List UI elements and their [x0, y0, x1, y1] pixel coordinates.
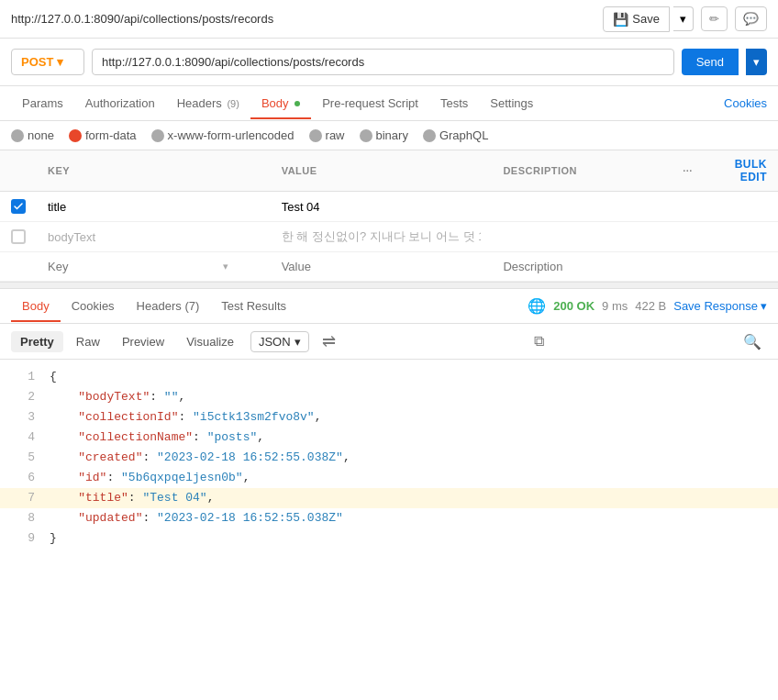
chevron-down-icon: ▾: [223, 261, 228, 272]
new-desc-input[interactable]: [503, 260, 658, 273]
status-code: 200 OK: [553, 299, 595, 313]
tab-params[interactable]: Params: [11, 89, 74, 119]
radio-binary: [360, 129, 372, 142]
resp-tab-test-results[interactable]: Test Results: [210, 292, 297, 322]
response-size: 422 B: [635, 299, 666, 313]
top-bar: http://127.0.0.1:8090/api/collections/po…: [0, 0, 778, 39]
request-line: POST ▾ Send ▾: [0, 39, 778, 86]
header-bulk-edit[interactable]: Bulk Edit: [706, 150, 778, 192]
tab-pre-request[interactable]: Pre-request Script: [311, 89, 429, 119]
kv-table: KEY VALUE DESCRIPTION ··· Bulk Edit: [0, 150, 778, 282]
row2-key-input[interactable]: [48, 230, 260, 244]
body-type-none[interactable]: none: [11, 128, 54, 142]
code-line: 9}: [0, 528, 778, 549]
method-select[interactable]: POST ▾: [11, 49, 84, 75]
tab-tests[interactable]: Tests: [429, 89, 479, 119]
format-bar: Pretty Raw Preview Visualize JSON ▾ ⇌ ⧉ …: [0, 324, 778, 360]
copy-icon[interactable]: ⧉: [528, 331, 550, 351]
radio-form-data: [69, 129, 82, 142]
new-row: ▾: [0, 252, 778, 282]
body-type-graphql[interactable]: GraphQL: [423, 128, 488, 142]
header-description: DESCRIPTION: [492, 150, 669, 192]
header-more: ···: [670, 150, 706, 192]
new-value-input[interactable]: [282, 260, 482, 273]
response-status-area: 🌐 200 OK 9 ms 422 B Save Response ▾: [528, 297, 767, 315]
resp-tab-body[interactable]: Body: [11, 292, 61, 322]
code-line: 1{: [0, 367, 778, 387]
resp-tab-cookies[interactable]: Cookies: [61, 292, 126, 322]
row1-value-input[interactable]: [282, 200, 482, 214]
radio-graphql: [423, 129, 436, 142]
row1-checkbox[interactable]: [11, 199, 26, 214]
filter-icon[interactable]: ⇌: [317, 329, 341, 353]
radio-raw: [309, 129, 322, 142]
code-line: 5 "created": "2023-02-18 16:52:55.038Z",: [0, 448, 778, 468]
top-url: http://127.0.0.1:8090/api/collections/po…: [11, 12, 273, 26]
format-select[interactable]: JSON ▾: [250, 331, 309, 352]
fmt-tab-visualize[interactable]: Visualize: [177, 331, 243, 352]
code-line: 8 "updated": "2023-02-18 16:52:55.038Z": [0, 508, 778, 528]
chat-button[interactable]: 💬: [735, 6, 767, 31]
search-icon[interactable]: 🔍: [738, 331, 767, 352]
fmt-tab-pretty[interactable]: Pretty: [11, 331, 63, 352]
code-line: 2 "bodyText": "",: [0, 387, 778, 407]
row1-key-input[interactable]: [48, 200, 260, 214]
header-value: VALUE: [271, 150, 493, 192]
body-type-raw[interactable]: raw: [309, 128, 345, 142]
send-dropdown-button[interactable]: ▾: [746, 49, 767, 75]
tab-authorization[interactable]: Authorization: [74, 89, 166, 119]
body-type-form-data[interactable]: form-data: [69, 128, 137, 142]
method-arrow: ▾: [57, 55, 63, 69]
fmt-tab-preview[interactable]: Preview: [113, 331, 173, 352]
body-type-binary[interactable]: binary: [360, 128, 408, 142]
row2-value-input[interactable]: [282, 230, 482, 244]
section-divider: [0, 282, 778, 289]
new-key-input[interactable]: [48, 260, 217, 273]
save-response-arrow: ▾: [761, 299, 767, 313]
save-icon: 💾: [613, 12, 628, 27]
fmt-tab-raw[interactable]: Raw: [67, 331, 109, 352]
radio-none: [11, 129, 24, 142]
save-label: Save: [632, 12, 660, 26]
save-dropdown-button[interactable]: ▾: [673, 6, 694, 31]
code-line: 6 "id": "5b6qxpqeljesn0b",: [0, 468, 778, 488]
radio-urlencoded: [151, 129, 164, 142]
cookies-link[interactable]: Cookies: [724, 96, 767, 110]
url-input[interactable]: [92, 49, 674, 75]
row2-description: [492, 222, 669, 252]
body-type-urlencoded[interactable]: x-www-form-urlencoded: [151, 128, 295, 142]
save-response-button[interactable]: Save Response ▾: [673, 299, 767, 313]
globe-icon: 🌐: [528, 297, 546, 315]
response-time: 9 ms: [602, 299, 628, 313]
code-line: 7 "title": "Test 04",: [0, 488, 778, 508]
edit-button[interactable]: ✏: [701, 6, 728, 31]
top-actions: 💾 Save ▾ ✏ 💬: [603, 6, 767, 32]
body-dot: [295, 101, 300, 106]
header-key: KEY: [37, 150, 271, 192]
body-type-row: none form-data x-www-form-urlencoded raw…: [0, 121, 778, 150]
row2-checkbox[interactable]: [11, 229, 26, 244]
code-line: 4 "collectionName": "posts",: [0, 428, 778, 448]
tab-headers[interactable]: Headers (9): [166, 89, 250, 119]
table-row: [0, 222, 778, 252]
method-label: POST: [21, 55, 53, 69]
resp-tab-headers[interactable]: Headers (7): [126, 292, 211, 322]
save-button[interactable]: 💾 Save: [603, 6, 670, 32]
tab-settings[interactable]: Settings: [479, 89, 544, 119]
format-dropdown-arrow: ▾: [295, 335, 301, 349]
response-tabs: Body Cookies Headers (7) Test Results 🌐 …: [0, 289, 778, 324]
tab-body[interactable]: Body: [250, 89, 311, 119]
table-row: [0, 192, 778, 222]
code-area[interactable]: 1{2 "bodyText": "",3 "collectionId": "i5…: [0, 360, 778, 700]
send-button[interactable]: Send: [682, 49, 739, 75]
code-line: 3 "collectionId": "i5ctk13sm2fvo8v",: [0, 407, 778, 428]
row1-description: [492, 192, 669, 222]
request-tabs: Params Authorization Headers (9) Body Pr…: [0, 86, 778, 121]
